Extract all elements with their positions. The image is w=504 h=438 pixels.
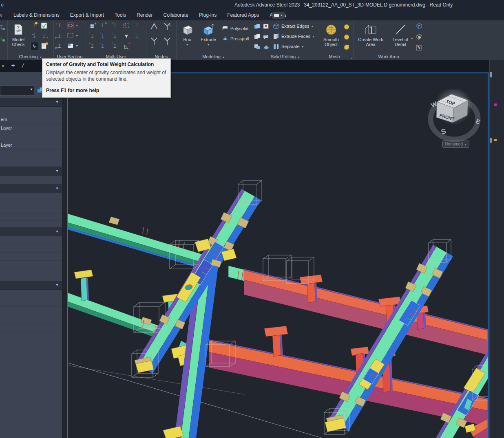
property-row[interactable]: [0, 193, 62, 200]
section-export-icon[interactable]: ⌶⇄: [56, 42, 63, 50]
intersect-icon[interactable]: [254, 33, 261, 40]
panel-label-modeling[interactable]: Modeling: [202, 54, 221, 59]
section-database-icon[interactable]: ⌶⇄: [56, 32, 63, 40]
property-row[interactable]: Layer: [0, 124, 62, 132]
scrollbar-thumb[interactable]: [490, 138, 492, 143]
property-section-header[interactable]: ▼: [0, 167, 62, 176]
property-section-header[interactable]: ▼: [0, 184, 62, 193]
extrude-faces-button[interactable]: Extrude Faces▼: [272, 31, 315, 41]
ribbon-tab-plugins[interactable]: Plug-ins: [194, 10, 222, 20]
mesh-remove-icon[interactable]: −: [343, 33, 350, 40]
model-check-button[interactable]: ? Model Check: [9, 21, 28, 47]
property-section-header[interactable]: ▼: [0, 281, 62, 290]
property-row[interactable]: [0, 200, 62, 207]
beam-get-icon[interactable]: ⌶↓: [88, 32, 96, 40]
audit-report-icon[interactable]: [40, 42, 48, 50]
property-row[interactable]: [0, 324, 62, 332]
smooth-object-button[interactable]: Smooth Object: [321, 21, 341, 47]
slice-icon[interactable]: [263, 33, 270, 40]
beam-bolt-icon[interactable]: ⌶: [31, 22, 38, 29]
separate-button[interactable]: Separate▼: [272, 42, 304, 51]
beam-reject-icon[interactable]: ◺✕: [123, 42, 130, 50]
property-row[interactable]: [0, 176, 62, 184]
subtract-icon[interactable]: [263, 23, 270, 30]
beam-green-upper-left[interactable]: [67, 213, 210, 271]
property-filter-combobox[interactable]: ▼: [0, 86, 34, 96]
polysolid-button[interactable]: Polysolid: [221, 24, 248, 33]
property-row[interactable]: [0, 290, 62, 298]
workarea-partial-icon[interactable]: [415, 33, 422, 40]
property-row[interactable]: [0, 315, 62, 324]
workarea-element-icon[interactable]: [415, 44, 422, 51]
filled-section-icon[interactable]: ▾: [67, 42, 74, 50]
branch-plus-icon[interactable]: +: [163, 23, 170, 30]
ribbon-tab-featured-apps[interactable]: Featured Apps: [222, 10, 264, 20]
mesh-crease-icon[interactable]: [343, 43, 350, 51]
shell-icon[interactable]: [254, 43, 261, 51]
property-row[interactable]: [0, 207, 62, 214]
new-drawing-tab-button[interactable]: +: [11, 62, 15, 70]
presspull-button[interactable]: Presspull: [221, 34, 249, 44]
create-work-area-button[interactable]: Create Work Area: [358, 21, 383, 47]
box-button[interactable]: Box▼: [178, 21, 196, 47]
extract-edges-button[interactable]: Extract Edges▼: [272, 21, 314, 31]
property-row[interactable]: [0, 261, 62, 269]
ribbon-tab-tools[interactable]: Tools: [109, 10, 131, 20]
ribbon-tab-export-import[interactable]: Export & Import: [65, 10, 109, 20]
workarea-cube-icon[interactable]: [415, 22, 422, 29]
beam-partial-icon-2[interactable]: ⌶: [0, 35, 5, 42]
panel-label-mesh[interactable]: Mesh: [329, 54, 340, 59]
property-row[interactable]: [0, 332, 62, 341]
section-profile-icon[interactable]: ⌶▪: [56, 22, 63, 29]
branch-minus-icon[interactable]: −: [163, 37, 170, 45]
db-takeover-icon[interactable]: ≣ϟ: [88, 22, 96, 29]
panel-label-checking[interactable]: Checking: [19, 54, 38, 59]
ellipse-section-icon[interactable]: ▾: [67, 22, 74, 29]
ribbon-tab-partial[interactable]: v: [0, 12, 2, 18]
property-row[interactable]: [0, 132, 62, 141]
property-row[interactable]: [0, 107, 62, 115]
property-row[interactable]: [0, 158, 62, 167]
approval-check-icon[interactable]: [40, 22, 48, 29]
property-row[interactable]: em: [0, 115, 62, 124]
beam-commit-icon[interactable]: ⌶↓: [133, 32, 141, 40]
wedge-icon[interactable]: [263, 43, 270, 51]
beam-take-icon[interactable]: ⌶↓: [99, 32, 106, 40]
ribbon-tab-collaborate[interactable]: Collaborate: [158, 10, 193, 20]
property-row[interactable]: [0, 298, 62, 307]
property-row[interactable]: Layer: [0, 141, 62, 150]
beam-approve-icon[interactable]: ⌶✓: [88, 42, 96, 50]
ribbon-display-toggle[interactable]: ▼: [272, 12, 285, 19]
property-row[interactable]: [0, 253, 62, 261]
beam-add-icon[interactable]: ⌶+: [111, 22, 119, 29]
truss-node-icon[interactable]: [150, 23, 157, 30]
ribbon-tab-labels-dimensions[interactable]: Labels & Dimensions: [8, 10, 65, 20]
property-row[interactable]: [0, 214, 62, 221]
property-row[interactable]: [0, 307, 62, 315]
beam-download-icon[interactable]: ⌶↓: [111, 32, 119, 40]
element-sync-icon[interactable]: ⌶↻: [99, 22, 106, 29]
beam-marked-icon[interactable]: ⌶: [123, 22, 130, 29]
scrollbar-thumb[interactable]: [490, 72, 492, 77]
property-row[interactable]: [0, 150, 62, 158]
beam-release-icon[interactable]: ⌶↑: [111, 42, 119, 50]
property-row[interactable]: [0, 236, 62, 244]
beam-green-icon[interactable]: ⌶: [133, 22, 141, 29]
beam-partial-icon-1[interactable]: ⌶: [0, 24, 5, 31]
collision-check-icon[interactable]: ⌶: [29, 31, 39, 40]
right-gutter[interactable]: [489, 60, 504, 438]
beam-red-upper[interactable]: [228, 266, 488, 355]
extrude-button[interactable]: Extrude▼: [199, 21, 218, 47]
union-icon[interactable]: [254, 23, 261, 30]
property-section-header[interactable]: ▼: [0, 227, 62, 236]
mesh-add-icon[interactable]: +: [343, 23, 350, 30]
property-row[interactable]: [0, 244, 62, 253]
drawing-tab-close-icon[interactable]: ×: [2, 63, 4, 69]
center-of-gravity-icon[interactable]: ϟ: [31, 42, 38, 50]
rectangle-section-icon[interactable]: ▾: [67, 32, 74, 40]
beam-approve2-icon[interactable]: ⌶✓: [99, 42, 106, 50]
branch-icon[interactable]: [150, 37, 157, 45]
property-section-header[interactable]: ▼: [0, 98, 62, 107]
property-row[interactable]: [0, 269, 62, 277]
level-of-detail-button[interactable]: Level of Detail▼: [389, 21, 412, 47]
